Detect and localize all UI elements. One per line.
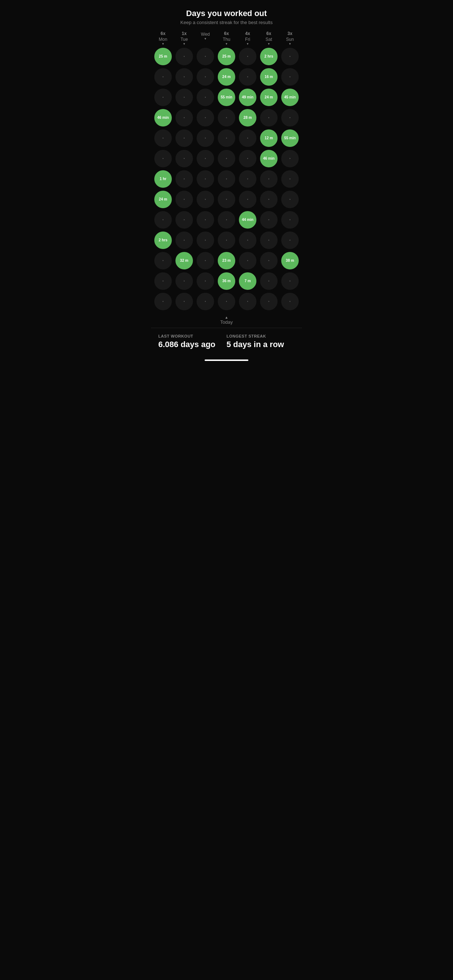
- grid-cell[interactable]: [279, 291, 301, 312]
- grid-cell[interactable]: [195, 189, 216, 210]
- grid-cell[interactable]: [279, 210, 301, 230]
- grid-cell[interactable]: [174, 230, 195, 250]
- grid-cell[interactable]: [216, 108, 237, 128]
- grid-cell[interactable]: [279, 271, 301, 291]
- grid-cell[interactable]: 25 m: [216, 46, 237, 67]
- grid-cell[interactable]: [195, 250, 216, 271]
- grid-cell[interactable]: [152, 210, 174, 230]
- workout-circle-empty: [196, 272, 214, 290]
- grid-cell[interactable]: 23 m: [216, 250, 237, 271]
- grid-cell[interactable]: 36 m: [216, 271, 237, 291]
- grid-cell[interactable]: [174, 67, 195, 87]
- grid-cell[interactable]: [279, 169, 301, 189]
- grid-cell[interactable]: [237, 169, 258, 189]
- grid-cell[interactable]: [279, 230, 301, 250]
- grid-cell[interactable]: [216, 189, 237, 210]
- workout-circle-empty: [260, 232, 278, 249]
- grid-cell[interactable]: [152, 271, 174, 291]
- grid-cell[interactable]: [216, 230, 237, 250]
- grid-cell[interactable]: [174, 128, 195, 148]
- grid-cell[interactable]: [216, 169, 237, 189]
- grid-cell[interactable]: 38 m: [279, 250, 301, 271]
- grid-cell[interactable]: [152, 250, 174, 271]
- grid-cell[interactable]: [152, 291, 174, 312]
- grid-cell[interactable]: [152, 148, 174, 169]
- grid-cell[interactable]: [216, 210, 237, 230]
- grid-cell[interactable]: [237, 67, 258, 87]
- grid-cell[interactable]: [195, 230, 216, 250]
- grid-cell[interactable]: [237, 46, 258, 67]
- grid-cell[interactable]: [258, 271, 279, 291]
- grid-cell[interactable]: [237, 128, 258, 148]
- grid-cell[interactable]: [279, 67, 301, 87]
- grid-cell[interactable]: 32 m: [174, 250, 195, 271]
- grid-cell[interactable]: [258, 189, 279, 210]
- grid-cell[interactable]: [195, 271, 216, 291]
- grid-cell[interactable]: 24 m: [216, 67, 237, 87]
- grid-cell[interactable]: 24 m: [152, 189, 174, 210]
- grid-cell[interactable]: [195, 128, 216, 148]
- grid-cell[interactable]: 7 m: [237, 271, 258, 291]
- grid-cell[interactable]: [195, 67, 216, 87]
- grid-cell[interactable]: [237, 148, 258, 169]
- grid-cell[interactable]: 24 m: [258, 87, 279, 108]
- grid-cell[interactable]: [258, 250, 279, 271]
- grid-cell[interactable]: [195, 148, 216, 169]
- grid-cell[interactable]: 2 hrs: [152, 230, 174, 250]
- grid-cell[interactable]: 55 min: [216, 87, 237, 108]
- grid-cell[interactable]: [237, 189, 258, 210]
- grid-cell[interactable]: [258, 169, 279, 189]
- days-header: 6x Mon ▼ 1x Tue ▼ Wed ▼ 6x Thu ▼ 4x Fri …: [151, 31, 302, 46]
- workout-circle-empty: [196, 232, 214, 249]
- grid-cell[interactable]: 45 min: [279, 87, 301, 108]
- grid-cell[interactable]: [174, 291, 195, 312]
- grid-cell[interactable]: 25 m: [152, 46, 174, 67]
- grid-cell[interactable]: [258, 230, 279, 250]
- grid-cell[interactable]: [174, 108, 195, 128]
- grid-cell[interactable]: [174, 87, 195, 108]
- grid-cell[interactable]: [279, 108, 301, 128]
- grid-cell[interactable]: [174, 189, 195, 210]
- grid-cell[interactable]: [279, 189, 301, 210]
- grid-cell[interactable]: [195, 210, 216, 230]
- grid-cell[interactable]: [174, 271, 195, 291]
- workout-circle-empty: [175, 68, 193, 86]
- grid-cell[interactable]: 1 hr: [152, 169, 174, 189]
- grid-cell[interactable]: [279, 148, 301, 169]
- grid-cell[interactable]: 12 m: [258, 128, 279, 148]
- workout-circle-empty: [260, 170, 278, 188]
- grid-cell[interactable]: [195, 169, 216, 189]
- grid-cell[interactable]: [174, 169, 195, 189]
- grid-cell[interactable]: [216, 128, 237, 148]
- grid-cell[interactable]: [152, 87, 174, 108]
- grid-cell[interactable]: [195, 87, 216, 108]
- grid-cell[interactable]: 44 min: [237, 210, 258, 230]
- grid-cell[interactable]: [216, 148, 237, 169]
- grid-cell[interactable]: 46 min: [258, 148, 279, 169]
- day-name: Tue: [180, 37, 188, 42]
- grid-cell[interactable]: [152, 128, 174, 148]
- grid-cell[interactable]: [152, 67, 174, 87]
- grid-cell[interactable]: [258, 210, 279, 230]
- grid-cell[interactable]: [216, 291, 237, 312]
- header: Days you worked out Keep a consistent st…: [151, 0, 302, 28]
- grid-cell[interactable]: 16 m: [258, 67, 279, 87]
- grid-cell[interactable]: [195, 46, 216, 67]
- grid-cell[interactable]: 49 min: [237, 87, 258, 108]
- grid-cell[interactable]: [237, 250, 258, 271]
- grid-cell[interactable]: [237, 230, 258, 250]
- grid-cell[interactable]: [258, 291, 279, 312]
- grid-cell[interactable]: [279, 46, 301, 67]
- grid-cell[interactable]: [195, 108, 216, 128]
- grid-cell[interactable]: 28 m: [237, 108, 258, 128]
- grid-cell[interactable]: 2 hrs: [258, 46, 279, 67]
- workout-circle-empty: [196, 191, 214, 208]
- grid-cell[interactable]: [195, 291, 216, 312]
- grid-cell[interactable]: [258, 108, 279, 128]
- grid-cell[interactable]: [174, 148, 195, 169]
- grid-cell[interactable]: [174, 210, 195, 230]
- grid-cell[interactable]: [174, 46, 195, 67]
- grid-cell[interactable]: 55 min: [279, 128, 301, 148]
- grid-cell[interactable]: 46 min: [152, 108, 174, 128]
- grid-cell[interactable]: [237, 291, 258, 312]
